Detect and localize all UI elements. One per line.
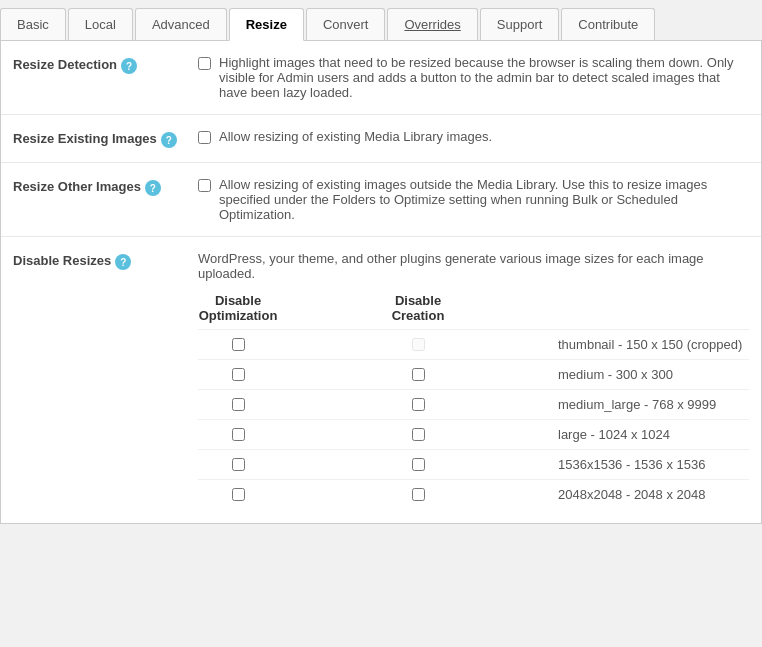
col-header-empty [458,293,749,323]
tabs-bar: BasicLocalAdvancedResizeConvertOverrides… [0,0,762,41]
resize-existing-label-text: Resize Existing Images [13,131,157,146]
resize-existing-row: Resize Existing Images ? Allow resizing … [1,115,761,163]
resize-existing-checkbox-row: Allow resizing of existing Media Library… [198,129,749,144]
disable-resizes-row: Disable Resizes ? WordPress, your theme,… [1,237,761,523]
content-area: Resize Detection ? Highlight images that… [0,41,762,524]
resize-detection-checkbox-row: Highlight images that need to be resized… [198,55,749,100]
disable-resize-label-1536x1536: 1536x1536 - 1536 x 1536 [558,457,749,472]
disable-create-checkbox-thumbnail [412,338,425,351]
resize-other-label: Resize Other Images ? [13,177,198,196]
disable-resize-row: 1536x1536 - 1536 x 1536 [198,449,749,479]
disable-resizes-help-icon[interactable]: ? [115,254,131,270]
tab-contribute[interactable]: Contribute [561,8,655,40]
resize-detection-checkbox[interactable] [198,57,211,70]
page-wrapper: BasicLocalAdvancedResizeConvertOverrides… [0,0,762,647]
disable-resizes-content: WordPress, your theme, and other plugins… [198,251,749,509]
tab-support[interactable]: Support [480,8,560,40]
resize-detection-row: Resize Detection ? Highlight images that… [1,41,761,115]
disable-resizes-desc: WordPress, your theme, and other plugins… [198,251,749,281]
disable-opt-checkbox-medium[interactable] [232,368,245,381]
disable-create-checkbox-1536x1536[interactable] [412,458,425,471]
col-header-create: Disable Creation [378,293,458,323]
disable-opt-checkbox-1536x1536[interactable] [232,458,245,471]
disable-opt-checkbox-2048x2048[interactable] [232,488,245,501]
tab-local[interactable]: Local [68,8,133,40]
disable-create-checkbox-large[interactable] [412,428,425,441]
tab-advanced[interactable]: Advanced [135,8,227,40]
resize-other-help-icon[interactable]: ? [145,180,161,196]
tab-convert[interactable]: Convert [306,8,386,40]
disable-resize-row: thumbnail - 150 x 150 (cropped) [198,329,749,359]
resize-detection-label-text: Resize Detection [13,57,117,72]
resize-existing-label: Resize Existing Images ? [13,129,198,148]
resize-existing-checkbox[interactable] [198,131,211,144]
disable-table-header: Disable Optimization Disable Creation [198,293,749,323]
resize-detection-desc: Highlight images that need to be resized… [219,55,749,100]
disable-opt-checkbox-large[interactable] [232,428,245,441]
tab-overrides[interactable]: Overrides [387,8,477,40]
disable-resize-label-large: large - 1024 x 1024 [558,427,749,442]
disable-create-checkbox-2048x2048[interactable] [412,488,425,501]
resize-detection-content: Highlight images that need to be resized… [198,55,749,100]
disable-resizes-table: thumbnail - 150 x 150 (cropped)medium - … [198,329,749,509]
disable-resizes-label: Disable Resizes ? [13,251,198,270]
resize-existing-desc: Allow resizing of existing Media Library… [219,129,492,144]
resize-other-desc: Allow resizing of existing images outsid… [219,177,749,222]
disable-opt-checkbox-medium_large[interactable] [232,398,245,411]
tab-resize[interactable]: Resize [229,8,304,41]
resize-existing-content: Allow resizing of existing Media Library… [198,129,749,144]
disable-opt-checkbox-thumbnail[interactable] [232,338,245,351]
resize-other-checkbox[interactable] [198,179,211,192]
col-header-optimize: Disable Optimization [198,293,278,323]
disable-resize-label-medium_large: medium_large - 768 x 9999 [558,397,749,412]
disable-resize-label-medium: medium - 300 x 300 [558,367,749,382]
resize-existing-help-icon[interactable]: ? [161,132,177,148]
resize-other-row: Resize Other Images ? Allow resizing of … [1,163,761,237]
resize-other-content: Allow resizing of existing images outsid… [198,177,749,222]
resize-other-checkbox-row: Allow resizing of existing images outsid… [198,177,749,222]
disable-resize-row: medium - 300 x 300 [198,359,749,389]
disable-resize-label-2048x2048: 2048x2048 - 2048 x 2048 [558,487,749,502]
disable-resize-label-thumbnail: thumbnail - 150 x 150 (cropped) [558,337,749,352]
disable-create-checkbox-medium_large[interactable] [412,398,425,411]
tab-basic[interactable]: Basic [0,8,66,40]
disable-resize-row: 2048x2048 - 2048 x 2048 [198,479,749,509]
disable-resizes-label-text: Disable Resizes [13,253,111,268]
disable-create-checkbox-medium[interactable] [412,368,425,381]
resize-other-label-text: Resize Other Images [13,179,141,194]
resize-detection-help-icon[interactable]: ? [121,58,137,74]
resize-detection-label: Resize Detection ? [13,55,198,74]
disable-resize-row: large - 1024 x 1024 [198,419,749,449]
disable-resize-row: medium_large - 768 x 9999 [198,389,749,419]
